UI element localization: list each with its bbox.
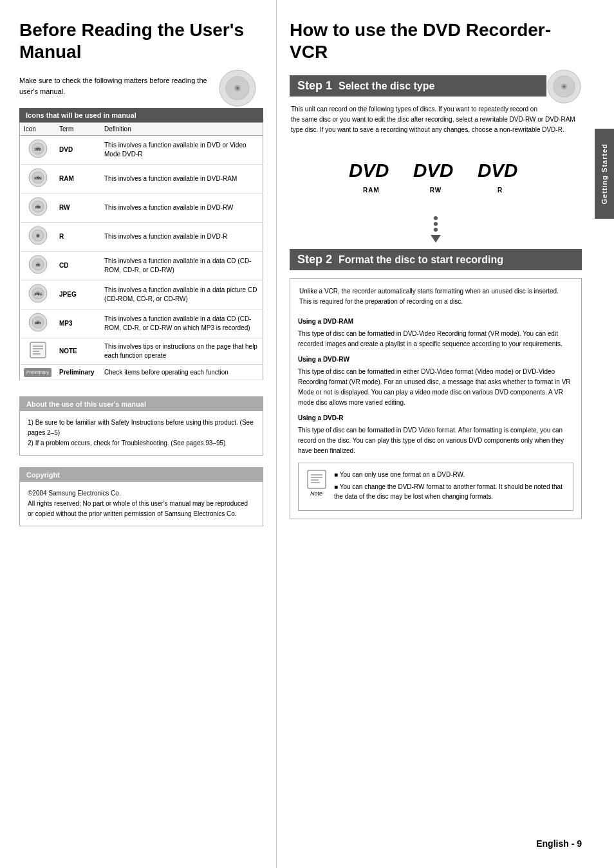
col-term: Term [55, 123, 100, 136]
svg-point-47 [563, 86, 566, 88]
about-header: About the use of this user's manual [20, 397, 263, 411]
step2-box: Unlike a VCR, the recorder automatically… [290, 278, 582, 519]
decorative-disc-left [218, 69, 257, 109]
step2-section: Using a DVD-RW This type of disc can be … [298, 355, 573, 408]
step2-section: Using a DVD-R This type of disc can be f… [298, 413, 573, 456]
svg-text:R: R [37, 234, 39, 238]
table-cell-def: This involves a function available in a … [100, 281, 263, 309]
section-text: This type of disc can be formatted in DV… [298, 425, 573, 456]
dvd-logo-r: DVD R [478, 158, 523, 194]
note-label: Note [310, 489, 322, 498]
table-cell-term: RAM [55, 165, 100, 194]
dvd-logos: DVD RAM DVD RW DVD [290, 148, 582, 203]
dvd-rw-label: RW [430, 187, 442, 194]
about-item: 1) Be sure to be familiar with Safety In… [28, 418, 255, 438]
section-heading: Using a DVD-RAM [298, 317, 573, 327]
table-cell-def: This involves tips or instructions on th… [100, 338, 263, 365]
footer-text: English - 9 [536, 838, 582, 849]
svg-text:MP3: MP3 [34, 321, 41, 325]
side-tab-label: Getting Started [600, 143, 608, 204]
table-header: Icons that will be used in manual [19, 108, 263, 122]
dot2 [434, 222, 438, 226]
note-box: Note ■ You can only use one format on a … [298, 463, 573, 511]
table-cell-def: This involves a function available in DV… [100, 165, 263, 194]
svg-text:DVD: DVD [413, 160, 453, 181]
table-cell-icon: Preliminary [20, 365, 56, 380]
step2-header: Step 2 Format the disc to start recordin… [290, 249, 582, 270]
dvd-r-label: R [498, 187, 503, 194]
dvd-logo-rw: DVD RW [413, 158, 458, 194]
section-heading: Using a DVD-RW [298, 355, 573, 365]
table-cell-term: MP3 [55, 309, 100, 338]
step2-section: Using a DVD-RAM This type of disc can be… [298, 317, 573, 349]
svg-text:DVD: DVD [34, 147, 41, 151]
table-cell-term: NOTE [55, 338, 100, 365]
table-cell-term: DVD [55, 136, 100, 165]
decorative-disc-right [546, 69, 582, 106]
dvd-r-logo: DVD [478, 158, 523, 183]
table-cell-term: Preliminary [55, 365, 100, 380]
step2-number: Step 2 [297, 253, 332, 266]
col-definition: Definition [100, 123, 263, 136]
dvd-ram-logo: DVD [349, 158, 394, 183]
note-bullet: ■ You can only use one format on a DVD-R… [334, 470, 566, 479]
section-text: This type of disc can be formatted in DV… [298, 329, 573, 349]
table-cell-def: This involves a function available in a … [100, 252, 263, 281]
copyright-content: ©2004 Samsung Electronics Co.All rights … [20, 482, 263, 526]
note-icon [307, 470, 326, 489]
about-section: About the use of this user's manual 1) B… [19, 396, 263, 456]
copyright-line: ©2004 Samsung Electronics Co. [28, 488, 255, 499]
svg-text:RW: RW [35, 205, 41, 209]
step1-number: Step 1 [297, 79, 332, 93]
about-item: 2) If a problem occurs, check for Troubl… [28, 438, 255, 448]
table-cell-term: JPEG [55, 281, 100, 309]
section-text: This type of disc can be formatted in ei… [298, 367, 573, 408]
table-cell-icon: R [20, 223, 56, 252]
table-cell-icon: CD [20, 252, 56, 281]
table-cell-icon: MP3 [20, 309, 56, 338]
svg-rect-39 [30, 342, 46, 358]
left-column: Before Reading the User's Manual Make su… [0, 0, 277, 868]
svg-text:CD: CD [35, 263, 41, 267]
arrow-down [431, 235, 441, 243]
table-cell-term: CD [55, 252, 100, 281]
dvd-rw-logo: DVD [413, 158, 458, 183]
table-cell-icon: DVD [20, 136, 56, 165]
note-icon-area: Note [305, 470, 328, 504]
page-footer: English - 9 [536, 838, 582, 849]
table-cell-def: This involves a function available in DV… [100, 194, 263, 223]
icons-table: Icon Term Definition DVD DVD This involv… [19, 122, 263, 380]
right-column: How to use the DVD Recorder-VCR Step 1 S… [277, 0, 614, 868]
table-cell-term: RW [55, 194, 100, 223]
table-cell-def: This involves a function available in a … [100, 309, 263, 338]
svg-point-3 [236, 87, 239, 89]
table-cell-icon [20, 338, 56, 365]
step1-header: Step 1 Select the disc type [290, 75, 546, 97]
right-title: How to use the DVD Recorder-VCR [290, 19, 582, 62]
table-cell-icon: RW [20, 194, 56, 223]
svg-rect-51 [308, 470, 326, 488]
step2-title: Format the disc to start recording [339, 254, 503, 266]
left-title: Before Reading the User's Manual [19, 19, 263, 62]
table-cell-def: This involves a function available in DV… [100, 136, 263, 165]
arrow-dots [290, 216, 582, 243]
table-cell-icon: JPEG [20, 281, 56, 309]
table-cell-def: Check items before operating each functi… [100, 365, 263, 380]
table-cell-term: R [55, 223, 100, 252]
note-bullet: ■ You can change the DVD-RW format to an… [334, 482, 566, 501]
copyright-line: All rights reserved; No part or whole of… [28, 499, 255, 519]
copyright-section: Copyright ©2004 Samsung Electronics Co.A… [19, 467, 263, 526]
step1-title: Select the disc type [339, 80, 434, 92]
col-icon: Icon [20, 123, 56, 136]
step1-content: This unit can record on the following ty… [290, 104, 582, 135]
svg-text:DVD: DVD [349, 160, 389, 181]
dot1 [434, 216, 438, 220]
side-tab: Getting Started [595, 129, 614, 219]
dot3 [434, 228, 438, 232]
note-bullets: ■ You can only use one format on a DVD-R… [334, 470, 566, 504]
dvd-ram-label: RAM [363, 187, 380, 194]
svg-text:JPEG: JPEG [33, 292, 42, 296]
section-heading: Using a DVD-R [298, 413, 573, 423]
svg-text:RAM: RAM [34, 176, 41, 180]
table-cell-icon: RAM [20, 165, 56, 194]
